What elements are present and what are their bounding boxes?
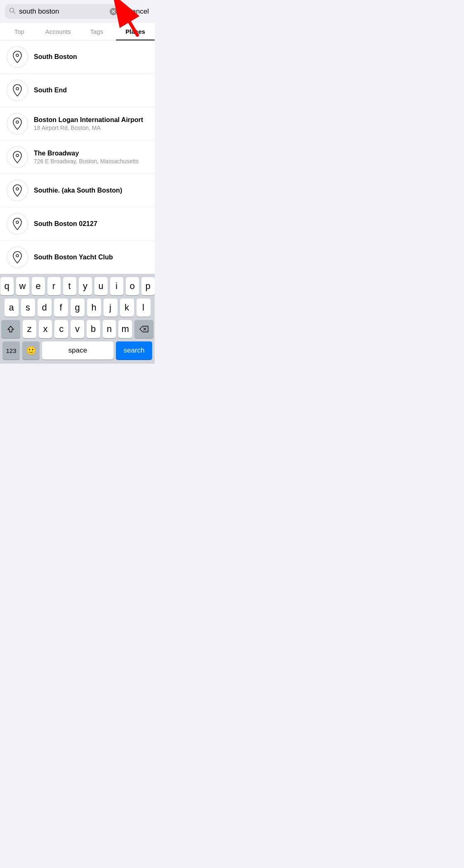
- svg-point-8: [16, 87, 19, 90]
- svg-point-9: [16, 121, 19, 123]
- search-input[interactable]: [19, 7, 106, 16]
- key-a[interactable]: a: [5, 299, 19, 317]
- key-u[interactable]: u: [94, 277, 108, 295]
- place-icon-2: [7, 80, 28, 101]
- key-b[interactable]: b: [87, 320, 100, 338]
- key-k[interactable]: k: [120, 299, 134, 317]
- result-title-2: South End: [34, 87, 148, 94]
- key-v[interactable]: v: [71, 320, 84, 338]
- place-icon-1: [7, 46, 28, 68]
- result-item-5[interactable]: Southie. (aka South Boston): [0, 174, 155, 207]
- delete-key[interactable]: [134, 320, 153, 338]
- result-title-7: South Boston Yacht Club: [34, 254, 148, 261]
- cancel-button[interactable]: Cancel: [125, 7, 151, 16]
- keyboard-row-3: z x c v b n m: [1, 320, 153, 338]
- result-title-3: Boston Logan International Airport: [34, 116, 148, 124]
- tab-tags[interactable]: Tags: [78, 23, 116, 40]
- result-text-2: South End: [34, 87, 148, 94]
- result-item-4[interactable]: The Broadway 726 E Broadway, Boston, Mas…: [0, 141, 155, 174]
- key-l[interactable]: l: [137, 299, 151, 317]
- key-g[interactable]: g: [71, 299, 85, 317]
- result-item-6[interactable]: South Boston 02127: [0, 207, 155, 241]
- svg-line-1: [14, 12, 15, 14]
- keyboard-row-1: q w e r t y u i o p: [1, 277, 153, 295]
- result-text-5: Southie. (aka South Boston): [34, 187, 148, 194]
- search-input-wrapper: [5, 4, 121, 19]
- key-d[interactable]: d: [38, 299, 52, 317]
- result-title-6: South Boston 02127: [34, 220, 148, 228]
- svg-point-7: [16, 54, 19, 56]
- search-button[interactable]: search: [116, 341, 152, 360]
- shift-key[interactable]: [1, 320, 20, 338]
- tab-top[interactable]: Top: [0, 23, 39, 40]
- key-w[interactable]: w: [16, 277, 29, 295]
- key-o[interactable]: o: [126, 277, 139, 295]
- tabs-bar: Top Accounts Tags Places: [0, 23, 155, 40]
- result-subtitle-4: 726 E Broadway, Boston, Massachusetts: [34, 158, 148, 165]
- key-j[interactable]: j: [104, 299, 118, 317]
- key-y[interactable]: y: [79, 277, 92, 295]
- result-item-2[interactable]: South End: [0, 74, 155, 107]
- keyboard-bottom-row: 123 🙂 space search: [1, 341, 153, 360]
- search-bar: Cancel: [0, 0, 155, 23]
- result-text-3: Boston Logan International Airport 18 Ai…: [34, 116, 148, 131]
- result-item-1[interactable]: South Boston: [0, 40, 155, 74]
- key-123[interactable]: 123: [2, 341, 20, 360]
- clear-button[interactable]: [110, 8, 117, 15]
- key-n[interactable]: n: [103, 320, 116, 338]
- result-title-1: South Boston: [34, 53, 148, 61]
- key-p[interactable]: p: [141, 277, 155, 295]
- key-c[interactable]: c: [54, 320, 68, 338]
- place-icon-4: [7, 146, 28, 168]
- key-i[interactable]: i: [110, 277, 123, 295]
- place-icon-3: [7, 113, 28, 134]
- search-icon: [9, 7, 16, 16]
- key-f[interactable]: f: [54, 299, 68, 317]
- svg-point-12: [16, 221, 19, 223]
- svg-point-11: [16, 188, 19, 190]
- keyboard: q w e r t y u i o p a s d f g h j k l z …: [0, 274, 155, 364]
- place-icon-6: [7, 213, 28, 235]
- results-list: South Boston South End Boston Logan Inte…: [0, 40, 155, 274]
- tab-places[interactable]: Places: [116, 23, 155, 40]
- result-item-3[interactable]: Boston Logan International Airport 18 Ai…: [0, 107, 155, 141]
- result-subtitle-3: 18 Airport Rd, Boston, MA: [34, 125, 148, 131]
- svg-point-13: [16, 254, 19, 257]
- key-s[interactable]: s: [21, 299, 35, 317]
- svg-point-10: [16, 154, 19, 157]
- result-text-6: South Boston 02127: [34, 220, 148, 228]
- key-space[interactable]: space: [42, 341, 113, 360]
- place-icon-7: [7, 247, 28, 268]
- result-text-1: South Boston: [34, 53, 148, 61]
- result-title-5: Southie. (aka South Boston): [34, 187, 148, 194]
- key-h[interactable]: h: [87, 299, 101, 317]
- result-item-7[interactable]: South Boston Yacht Club: [0, 241, 155, 274]
- place-icon-5: [7, 180, 28, 201]
- result-text-4: The Broadway 726 E Broadway, Boston, Mas…: [34, 150, 148, 165]
- key-m[interactable]: m: [118, 320, 132, 338]
- key-q[interactable]: q: [0, 277, 14, 295]
- key-e[interactable]: e: [32, 277, 45, 295]
- key-emoji[interactable]: 🙂: [22, 341, 40, 360]
- tab-accounts[interactable]: Accounts: [39, 23, 78, 40]
- key-r[interactable]: r: [47, 277, 61, 295]
- keyboard-row-2: a s d f g h j k l: [1, 299, 153, 317]
- key-z[interactable]: z: [23, 320, 36, 338]
- key-t[interactable]: t: [63, 277, 76, 295]
- key-x[interactable]: x: [39, 320, 52, 338]
- result-title-4: The Broadway: [34, 150, 148, 157]
- result-text-7: South Boston Yacht Club: [34, 254, 148, 261]
